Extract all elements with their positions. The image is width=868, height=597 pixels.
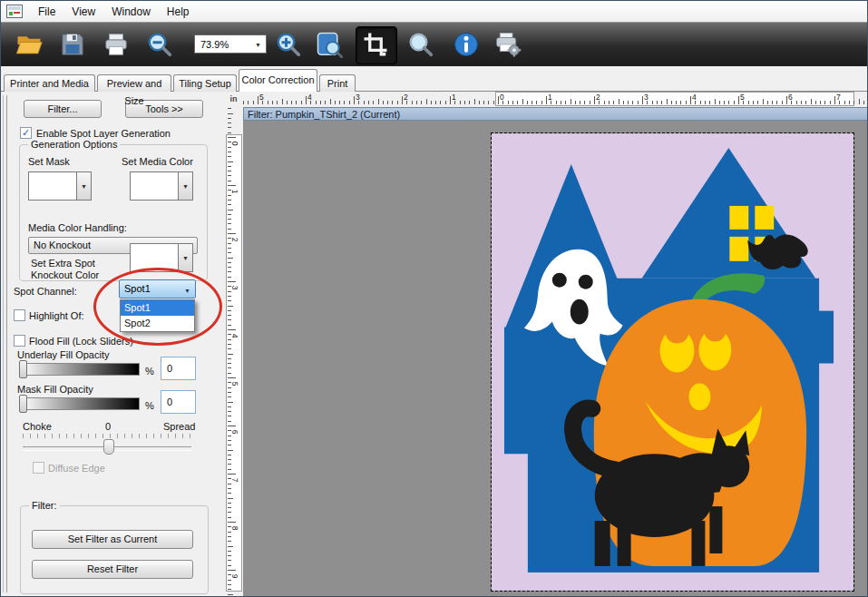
zoom-level-combo[interactable]: 73.9% ▼: [194, 34, 267, 54]
ruler-major-tick: [228, 185, 236, 186]
chevron-down-icon[interactable]: ▼: [179, 171, 193, 201]
ruler-tick: [335, 101, 336, 104]
ruler-major-tick: [786, 96, 787, 104]
settings-panel: Filter... Tools >> ✓ Enable Spot Layer G…: [1, 92, 225, 597]
ruler-tick: [228, 127, 231, 128]
fit-view-icon[interactable]: [316, 31, 343, 58]
ruler-major-tick: [690, 96, 691, 104]
ruler-tick: [440, 101, 441, 104]
ruler-major-tick: [228, 137, 236, 138]
ruler-tick: [590, 101, 590, 104]
chevron-down-icon[interactable]: ▼: [77, 171, 92, 201]
chevron-down-icon[interactable]: ▼: [179, 243, 193, 272]
filter-button[interactable]: Filter...: [24, 100, 102, 118]
spot-channel-option-spot1[interactable]: Spot1: [121, 300, 194, 316]
tab-strip: Printer and Media Preview and Size Tilin…: [1, 66, 868, 92]
menu-window[interactable]: Window: [103, 4, 159, 20]
ruler-tick: [228, 132, 231, 133]
ruler-tick: [282, 99, 283, 104]
filter-group-title: Filter:: [29, 500, 60, 511]
image-canvas[interactable]: [491, 132, 854, 592]
enable-spot-checkbox[interactable]: ✓: [20, 127, 32, 139]
ruler-number: 2: [230, 238, 239, 242]
underlay-opacity-label: Underlay Fill Opacity: [17, 349, 109, 360]
ruler-tick: [536, 101, 537, 104]
mask-opacity-label: Mask Fill Opacity: [17, 384, 93, 395]
underlay-slider-thumb[interactable]: [19, 360, 27, 378]
extra-spot-color-swatch[interactable]: [130, 243, 179, 272]
info-icon[interactable]: [453, 31, 480, 58]
mask-slider-thumb[interactable]: [19, 395, 27, 413]
tab-printer-and-media[interactable]: Printer and Media: [4, 74, 95, 92]
ruler-tick: [397, 101, 398, 104]
ruler-major-tick: [228, 281, 236, 282]
set-mask-color-combo[interactable]: ▼: [28, 171, 92, 201]
ruler-number: 0: [230, 142, 239, 146]
ruler-tick: [638, 101, 639, 104]
menu-file[interactable]: File: [30, 4, 63, 20]
ruler-tick: [228, 223, 231, 224]
ruler-number: 1: [548, 93, 552, 102]
save-icon[interactable]: [59, 31, 86, 58]
ruler-tick: [339, 101, 340, 104]
set-media-color-combo[interactable]: ▼: [130, 171, 193, 201]
choke-label: Choke: [23, 421, 52, 432]
chevron-down-icon: ▼: [255, 35, 261, 54]
choke-slider-thumb[interactable]: [103, 439, 114, 455]
ruler-tick: [228, 229, 231, 230]
ruler-tick: [277, 101, 278, 104]
ruler-tick: [228, 113, 233, 114]
ruler-tick: [228, 277, 231, 278]
search-icon[interactable]: [407, 31, 434, 58]
open-folder-icon[interactable]: [15, 31, 43, 58]
tab-preview-and-size[interactable]: Preview and Size: [97, 74, 171, 92]
panel-splitter[interactable]: [3, 95, 7, 592]
menu-bar: File View Window Help: [1, 1, 868, 23]
ruler-tick: [228, 484, 231, 484]
ruler-tick: [613, 101, 614, 104]
tab-print[interactable]: Print: [319, 74, 356, 92]
ruler-major-tick: [834, 96, 835, 104]
ruler-tick: [228, 455, 231, 455]
ruler-tick: [724, 101, 725, 104]
menu-help[interactable]: Help: [159, 4, 198, 20]
tab-color-correction[interactable]: Color Correction: [239, 69, 317, 92]
flood-fill-checkbox[interactable]: [14, 335, 25, 347]
ruler-tick: [228, 214, 231, 215]
extra-spot-color-combo[interactable]: ▼: [130, 243, 193, 272]
set-filter-as-current-button[interactable]: Set Filter as Current: [32, 530, 193, 549]
ruler-tick: [248, 101, 249, 104]
ruler-number: 1: [230, 190, 239, 194]
spot-channel-option-spot2[interactable]: Spot2: [121, 316, 194, 331]
ruler-tick: [228, 589, 231, 590]
zoom-in-icon[interactable]: [275, 31, 302, 58]
ruler-tick: [383, 101, 384, 104]
mask-opacity-slider[interactable]: [21, 397, 140, 410]
ruler-tick: [228, 319, 231, 320]
tab-tiling-setup[interactable]: Tiling Setup: [173, 74, 237, 92]
ruler-number: 2: [596, 93, 600, 102]
ruler-tick: [228, 152, 231, 152]
ruler-major-tick: [228, 329, 236, 330]
media-color-handling-label: Media Color Handling:: [28, 222, 127, 233]
mask-opacity-input[interactable]: [161, 390, 196, 414]
flood-fill-label: Flood Fill (Lock Sliders): [29, 336, 133, 347]
highlight-of-checkbox[interactable]: [14, 309, 25, 321]
ruler-tick: [228, 560, 231, 561]
print-setup-icon[interactable]: [494, 31, 522, 58]
mask-color-swatch[interactable]: [28, 171, 77, 201]
ruler-tick: [330, 99, 331, 104]
ruler-tick: [228, 344, 231, 345]
underlay-opacity-input[interactable]: [161, 357, 196, 380]
underlay-opacity-slider[interactable]: [21, 363, 140, 376]
menu-view[interactable]: View: [63, 4, 103, 20]
media-color-swatch[interactable]: [130, 171, 179, 201]
spot-channel-dropdown[interactable]: Spot1 ▼: [119, 279, 196, 298]
print-icon[interactable]: [102, 31, 130, 58]
ruler-tick: [493, 101, 494, 104]
ruler-tick: [228, 118, 231, 119]
zoom-out-icon[interactable]: [146, 31, 173, 58]
ruler-tick: [844, 101, 845, 104]
reset-filter-button[interactable]: Reset Filter: [32, 560, 193, 579]
set-mask-label: Set Mask: [28, 156, 70, 167]
